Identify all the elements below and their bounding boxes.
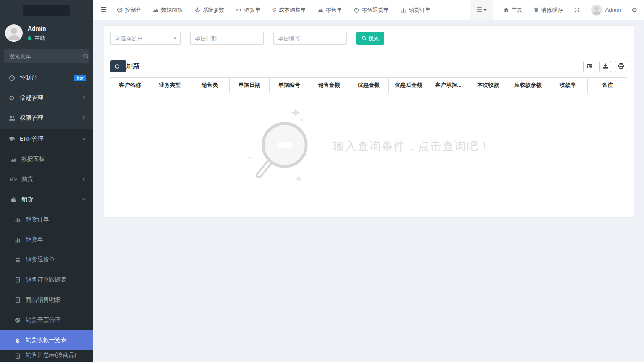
- search-button[interactable]: 搜索: [356, 32, 384, 45]
- sidebar-item-label: 数据面板: [21, 155, 86, 163]
- settings-button[interactable]: ⚙: [632, 6, 637, 14]
- sidebar-item-sales[interactable]: 销货: [0, 189, 93, 209]
- chevron-left-icon: [81, 95, 86, 101]
- sidebar-item-sales-invoices[interactable]: 销货单: [0, 230, 93, 250]
- sidebar-item-data-panel[interactable]: 数据面板: [0, 149, 93, 169]
- sparkle-icon: [295, 175, 302, 182]
- column-header[interactable]: 业务类型: [150, 78, 190, 93]
- sidebar-top-section: Admin 在线 控制台 hot ⚙ 常规管理: [0, 0, 93, 129]
- sidebar-item-sales-returns[interactable]: 销货退货单: [0, 250, 93, 270]
- topnav-item-sales-order[interactable]: 销货订单: [401, 6, 431, 14]
- content-panel: 请选择客户 ▾ 搜索 刷新: [104, 25, 634, 218]
- sidebar-item-sales-summary[interactable]: 销售汇总表(按商品): [0, 350, 93, 359]
- file-icon: [13, 277, 22, 283]
- topnav-label: 数据面板: [161, 6, 183, 14]
- sidebar-item-console[interactable]: 控制台 hot: [0, 68, 93, 88]
- sidebar-search-input[interactable]: [9, 53, 83, 59]
- sidebar-item-sales-receipts-overview[interactable]: $ 销货收款一览表: [0, 330, 93, 350]
- topbar-right: ☰ ▾ 主页 清除缓存 Admin ⚙: [470, 0, 644, 20]
- topnav-label: 销货订单: [409, 6, 431, 14]
- toggle-columns-button[interactable]: [583, 61, 595, 72]
- data-table: 客户名称 业务类型 销售员 单据日期 单据编号 销售金额 优惠金额 优惠后金额 …: [110, 77, 627, 218]
- sidebar-item-permission-management[interactable]: 权限管理: [0, 108, 93, 128]
- caret-down-icon: ▾: [174, 36, 176, 41]
- sidebar-item-erp-management[interactable]: ERP管理: [0, 129, 93, 149]
- column-header[interactable]: 本次收款: [468, 78, 508, 93]
- sidebar-item-label: 销货开票管理: [26, 316, 86, 324]
- document-number-input[interactable]: [273, 32, 347, 45]
- print-button[interactable]: [615, 61, 627, 72]
- hamburger-menu-icon[interactable]: ☰: [101, 5, 107, 14]
- chevron-down-icon: [81, 136, 86, 142]
- column-header[interactable]: 备注: [588, 78, 627, 93]
- home-label: 主页: [512, 6, 522, 14]
- gear-icon: ⚙: [632, 6, 637, 14]
- clear-cache-button[interactable]: 清除缓存: [533, 6, 563, 14]
- users-icon: [8, 115, 16, 122]
- sidebar-item-purchase[interactable]: 购货: [0, 169, 93, 189]
- sidebar: Admin 在线 控制台 hot ⚙ 常规管理: [0, 0, 93, 362]
- customer-select[interactable]: 请选择客户 ▾: [110, 32, 181, 45]
- graduation-cap-icon: [8, 136, 16, 142]
- online-status-dot: [28, 36, 31, 40]
- check-circle-icon: [13, 317, 22, 323]
- topnav-item-retail-order[interactable]: 零售单: [318, 6, 342, 14]
- topnav-item-system-params[interactable]: 系统参数: [195, 6, 224, 14]
- user-menu[interactable]: Admin: [591, 5, 621, 16]
- sidebar-item-label: 权限管理: [20, 114, 81, 122]
- column-header[interactable]: 优惠后金额: [389, 78, 428, 93]
- empty-state: 输入查询条件，点击查询吧！: [110, 93, 627, 199]
- refresh-button[interactable]: [110, 60, 126, 72]
- file-icon: [13, 297, 22, 303]
- bar-chart-icon: [13, 217, 22, 222]
- search-button-label: 搜索: [369, 35, 379, 42]
- user-status: 在线: [28, 34, 46, 42]
- column-header[interactable]: 销售金额: [309, 78, 349, 93]
- export-button[interactable]: [599, 61, 611, 72]
- user-meta: Admin 在线: [28, 24, 46, 42]
- topnav-item-data-panel[interactable]: 数据面板: [153, 6, 183, 14]
- sidebar-item-sales-billing[interactable]: 销货开票管理: [0, 310, 93, 330]
- fullscreen-button[interactable]: [574, 7, 580, 13]
- home-button[interactable]: 主页: [504, 6, 522, 14]
- column-header[interactable]: 单据日期: [230, 78, 270, 93]
- topnav-item-transfer-order[interactable]: 调拨单: [236, 6, 260, 14]
- topnav-item-cost-adjustment[interactable]: © 成本调整单: [272, 6, 306, 14]
- topnav-item-retail-return[interactable]: 零售退货单: [354, 6, 389, 14]
- chart-area-icon: [9, 156, 18, 163]
- main-content: 请选择客户 ▾ 搜索 刷新: [93, 20, 644, 362]
- refresh-icon: [114, 64, 120, 69]
- column-header[interactable]: 客户名称: [110, 78, 150, 93]
- anchor-icon: [195, 7, 200, 13]
- column-header[interactable]: 收款率: [548, 78, 588, 93]
- trash-icon: [533, 7, 539, 13]
- table-footer: [110, 199, 627, 218]
- sidebar-item-general-management[interactable]: ⚙ 常规管理: [0, 88, 93, 108]
- database-icon: [13, 257, 22, 263]
- bar-chart-icon: [401, 7, 406, 13]
- arrows-h-icon: [236, 7, 242, 13]
- sidebar-item-label: 商品销售明细: [26, 296, 86, 304]
- sidebar-item-label: 销货: [21, 196, 81, 203]
- chart-area-icon: [318, 7, 323, 13]
- column-header[interactable]: 销售员: [190, 78, 230, 93]
- sidebar-item-sales-orders[interactable]: 销货订单: [0, 209, 93, 230]
- customer-select-placeholder: 请选择客户: [115, 35, 174, 42]
- sidebar-item-product-sales-detail[interactable]: 商品销售明细: [0, 290, 93, 310]
- gauge-icon: [117, 7, 122, 13]
- column-header[interactable]: 应收款余额: [508, 78, 548, 93]
- panel-inner: 请选择客户 ▾ 搜索 刷新: [104, 26, 634, 224]
- document-date-input[interactable]: [190, 32, 264, 45]
- column-header[interactable]: 客户承担...: [428, 78, 468, 93]
- power-icon: [354, 7, 359, 13]
- sidebar-item-sales-order-tracking[interactable]: 销售订单跟踪表: [0, 270, 93, 290]
- user-avatar: [5, 24, 23, 42]
- column-header[interactable]: 优惠金额: [349, 78, 389, 93]
- sidebar-item-label: 销售汇总表(按商品): [26, 352, 86, 359]
- column-header[interactable]: 单据编号: [270, 78, 309, 93]
- topnav-item-console[interactable]: 控制台: [117, 6, 141, 14]
- tabs-dropdown-button[interactable]: ☰ ▾: [470, 0, 493, 20]
- refresh-label: 刷新: [126, 62, 140, 71]
- logo-strip: [0, 0, 93, 20]
- download-icon: [602, 63, 608, 70]
